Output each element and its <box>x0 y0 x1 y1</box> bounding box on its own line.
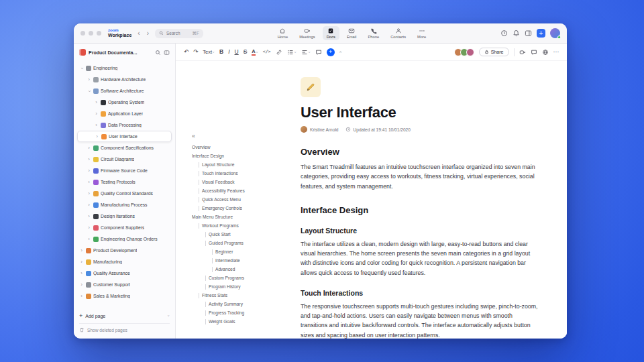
text-color-dropdown[interactable]: A › <box>252 48 258 56</box>
insert-plus-button[interactable]: + <box>327 48 335 56</box>
comment-icon[interactable] <box>315 49 322 56</box>
outline-item-activity-summary[interactable]: Activity Summary <box>192 300 297 308</box>
bullet-list-dropdown[interactable]: › <box>287 49 297 56</box>
code-button[interactable]: </> <box>263 50 271 54</box>
window-zoom-button[interactable] <box>97 31 101 36</box>
outline-item-quick-access-menu[interactable]: Quick Access Menu <box>192 195 297 204</box>
more-button[interactable]: ⋯ <box>553 49 559 55</box>
chevron-right-icon[interactable]: › <box>79 294 84 299</box>
chevron-right-icon[interactable]: › <box>94 123 99 128</box>
chevron-right-icon[interactable]: › <box>79 271 84 276</box>
tab-contacts[interactable]: Contacts <box>386 26 410 40</box>
outline-item-main-menu-structure[interactable]: Main Menu Structure <box>192 213 297 221</box>
chevron-right-icon[interactable]: › <box>87 168 91 174</box>
undo-button[interactable]: ↶ <box>184 49 189 55</box>
tab-docs[interactable]: Docs <box>323 26 339 40</box>
bold-button[interactable]: B <box>219 49 223 55</box>
chevron-right-icon[interactable]: › <box>79 259 84 265</box>
outline-item-accessibility-features[interactable]: Accessibility Features <box>192 186 297 195</box>
italic-button[interactable]: I <box>228 49 229 55</box>
chevron-right-icon[interactable]: › <box>79 248 84 253</box>
window-minimize-button[interactable] <box>89 31 93 36</box>
user-avatar[interactable] <box>550 28 560 38</box>
show-deleted-pages-button[interactable]: Show deleted pages <box>79 323 170 334</box>
outline-item-visual-feedback[interactable]: Visual Feedback <box>192 178 297 186</box>
sidebar-item-application-layer[interactable]: ›Application Layer <box>77 108 172 119</box>
notifications-bell-icon[interactable] <box>513 29 520 37</box>
outline-item-quick-start[interactable]: Quick Start <box>192 230 297 239</box>
outline-item-weight-goals[interactable]: Weight Goals <box>192 317 297 326</box>
new-plus-button[interactable]: + <box>537 29 545 38</box>
sidebar-item-hardware-architecture[interactable]: ›Hardware Architecture <box>77 74 172 85</box>
collaborator-avatar[interactable] <box>466 48 474 56</box>
chevron-right-icon[interactable]: › <box>79 282 84 288</box>
tab-home[interactable]: Home <box>274 26 292 40</box>
collapse-outline-button[interactable]: « <box>192 133 297 139</box>
outline-item-progress-tracking[interactable]: Progress Tracking <box>192 308 297 317</box>
outline-item-emergency-controls[interactable]: Emergency Controls <box>192 204 297 213</box>
chevron-right-icon[interactable]: › <box>87 225 91 231</box>
share-button[interactable]: Share <box>479 48 509 56</box>
outline-item-overview[interactable]: Overview <box>192 143 297 152</box>
chevron-down-icon[interactable]: › <box>167 315 171 316</box>
outline-item-guided-programs[interactable]: Guided Programs <box>192 239 297 247</box>
sidebar-item-sales-marketing[interactable]: ›Sales & Marketing <box>77 290 172 302</box>
outline-item-intermediate[interactable]: Intermediate <box>192 256 297 265</box>
chevron-right-icon[interactable]: › <box>87 237 91 242</box>
nav-forward-button[interactable]: › <box>146 30 150 37</box>
chevron-right-icon[interactable]: › <box>87 145 91 151</box>
chevron-right-icon[interactable]: › <box>94 100 99 105</box>
chevron-right-icon[interactable]: › <box>87 180 91 185</box>
global-search-input[interactable]: Search ⌘F <box>155 29 203 38</box>
link-icon[interactable] <box>276 49 282 56</box>
strikethrough-button[interactable]: S <box>244 49 248 55</box>
chevron-down-icon[interactable]: › <box>87 88 92 93</box>
outline-item-interface-design[interactable]: Interface Design <box>192 152 297 160</box>
nav-back-button[interactable]: ‹ <box>137 30 140 37</box>
tab-more[interactable]: More <box>413 26 430 40</box>
collapse-sidebar-icon[interactable] <box>164 50 170 56</box>
outline-item-fitness-stats[interactable]: Fitness Stats <box>192 291 297 300</box>
chevron-down-icon[interactable]: › <box>79 66 85 70</box>
tab-meetings[interactable]: Meetings <box>295 26 319 40</box>
chevron-right-icon[interactable]: › <box>94 111 99 117</box>
outline-item-layout-structure[interactable]: Layout Structure <box>192 160 297 169</box>
chevron-right-icon[interactable]: › <box>87 202 91 208</box>
workspace-title[interactable]: Product Documenta... <box>89 50 152 55</box>
add-page-button[interactable]: + Add page › <box>79 310 170 321</box>
collapse-toolbar-icon[interactable]: › <box>337 51 342 52</box>
chevron-right-icon[interactable]: › <box>95 134 99 139</box>
sidebar-item-engineering[interactable]: ›Engineering <box>77 62 172 74</box>
tab-email[interactable]: Email <box>343 26 361 40</box>
chevron-right-icon[interactable]: › <box>87 77 91 82</box>
sidebar-item-component-suppliers[interactable]: ›Component Suppliers <box>77 222 172 233</box>
sidebar-item-engineering-change-orders[interactable]: ›Engineering Change Orders <box>77 233 172 245</box>
outline-item-touch-interactions[interactable]: Touch Interactions <box>192 169 297 178</box>
sidebar-item-circuit-diagrams[interactable]: ›Circuit Diagrams <box>77 154 172 165</box>
sidebar-item-manufacturing[interactable]: ›Manufacturing <box>77 256 172 267</box>
align-dropdown[interactable]: › <box>301 49 311 56</box>
chat-icon[interactable] <box>531 49 537 56</box>
outline-item-custom-programs[interactable]: Custom Programs <box>192 274 297 282</box>
video-icon[interactable] <box>519 49 526 56</box>
sidebar-search-icon[interactable] <box>155 50 161 56</box>
underline-button[interactable]: U <box>235 49 239 55</box>
chevron-right-icon[interactable]: › <box>87 157 91 162</box>
history-clock-icon[interactable] <box>500 29 508 37</box>
window-close-button[interactable] <box>80 31 85 36</box>
sidebar-item-customer-support[interactable]: ›Customer Support <box>77 279 172 290</box>
sidebar-item-user-interface[interactable]: ›User Interface <box>77 131 172 142</box>
sidebar-item-quality-control-standards[interactable]: ›Quality Control Standards <box>77 188 172 199</box>
tab-phone[interactable]: Phone <box>364 26 383 40</box>
sidebar-item-quality-assurance[interactable]: ›Quality Assurance <box>77 267 172 279</box>
doc-emoji-icon[interactable] <box>301 77 321 97</box>
sidebar-item-component-specifications[interactable]: ›Component Specifications <box>77 142 172 154</box>
globe-icon[interactable] <box>542 49 549 56</box>
doc-content[interactable]: User Interface Kristine Arnold Updated a… <box>301 61 538 339</box>
sidebar-item-testing-protocols[interactable]: ›Testing Protocols <box>77 176 172 188</box>
chevron-right-icon[interactable]: › <box>87 191 91 196</box>
chevron-right-icon[interactable]: › <box>87 214 91 219</box>
sidebar-item-firmware-source-code[interactable]: ›Firmware Source Code <box>77 165 172 176</box>
text-style-dropdown[interactable]: Text › <box>203 49 215 55</box>
sidebar-item-product-development[interactable]: ›Product Development <box>77 245 172 256</box>
